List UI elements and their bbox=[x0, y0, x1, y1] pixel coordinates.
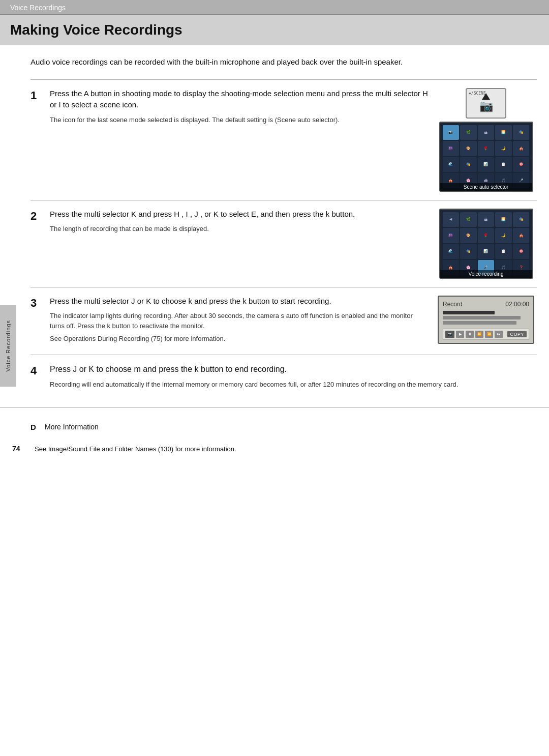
step1-camera-screen: 📷 🌿 🏔 🌅 🎭 🌆 🎨 🌹 🌙 🎪 🌊 🎭 📊 📋 bbox=[439, 122, 533, 192]
step-4-number: 4 bbox=[30, 363, 50, 377]
icon-cell: 🎭 bbox=[460, 157, 477, 172]
page-title-bar: Making Voice Recordings bbox=[0, 15, 549, 45]
icon-cell: 🎪 bbox=[513, 228, 530, 243]
step-1-number: 1 bbox=[30, 88, 50, 102]
icon-cell: 📷 bbox=[443, 125, 460, 140]
intro-paragraph: Audio voice recordings can be recorded w… bbox=[30, 56, 537, 68]
page-number: 74 bbox=[12, 445, 26, 453]
main-content: Audio voice recordings can be recorded w… bbox=[0, 45, 549, 402]
icon-cell: 🎨 bbox=[460, 141, 477, 156]
step-2-number: 2 bbox=[30, 209, 50, 223]
page-footer: 74 See Image/Sound File and Folder Names… bbox=[0, 442, 549, 456]
icons-grid: 📷 🌿 🏔 🌅 🎭 🌆 🎨 🌹 🌙 🎪 🌊 🎭 📊 📋 bbox=[443, 125, 530, 188]
icon-cell: 📋 bbox=[495, 244, 512, 259]
icon-cell: 🌹 bbox=[478, 141, 495, 156]
icon-cell: 🌅 bbox=[495, 125, 512, 140]
more-info-row: D More Information bbox=[30, 423, 537, 431]
icon-cell: 🌆 bbox=[443, 141, 460, 156]
icon-cell: 🎨 bbox=[460, 228, 477, 243]
record-label: Record bbox=[443, 301, 463, 308]
d-icon: D bbox=[30, 423, 41, 431]
mode-button-box: ✱/SCENE 📷 bbox=[466, 88, 506, 119]
step-2-images: ◀ 🌿 🏔 🌅 🎭 🌆 🎨 🌹 🌙 🎪 🌊 🎭 📊 📋 bbox=[435, 209, 537, 279]
step2-screen-caption: Voice recording bbox=[440, 270, 532, 278]
mode-btn-label: ✱/SCENE bbox=[469, 91, 486, 96]
camera-body-icon: 📷 bbox=[479, 100, 493, 113]
icon-cell: 🌊 bbox=[443, 244, 460, 259]
step-3-images: Record 02:00:00 📷 ▶ ⏸ ⏩ ⏪ ⏭ COPY bbox=[435, 296, 537, 344]
step-1-content: Press the A button in shooting mode to d… bbox=[50, 88, 435, 128]
step-3-content: Press the multi selector J or K to choos… bbox=[50, 296, 435, 346]
step-4-sub-text: Recording will end automatically if the … bbox=[50, 380, 530, 390]
icon-cell: 🎭 bbox=[460, 244, 477, 259]
icons-grid-2: ◀ 🌿 🏔 🌅 🎭 🌆 🎨 🌹 🌙 🎪 🌊 🎭 📊 📋 bbox=[443, 212, 530, 275]
step-3-sub-text1: The indicator lamp lights during recordi… bbox=[50, 311, 428, 331]
icon-cell: ◀ bbox=[443, 212, 460, 227]
record-bar-1 bbox=[443, 311, 495, 314]
step-3-sub-text2: See Operations During Recording (75) for… bbox=[50, 334, 428, 344]
more-info-text: More Information bbox=[45, 423, 99, 431]
record-controls: 📷 ▶ ⏸ ⏩ ⏪ ⏭ COPY bbox=[443, 329, 529, 340]
step-3-main-text: Press the multi selector J or K to choos… bbox=[50, 296, 428, 307]
record-bar-area bbox=[443, 311, 529, 325]
icon-cell: 🌿 bbox=[460, 212, 477, 227]
icon-cell: 🌊 bbox=[443, 157, 460, 172]
icon-cell: 🌙 bbox=[495, 228, 512, 243]
step-1-row: 1 Press the A button in shooting mode to… bbox=[30, 79, 537, 200]
record-cam-button[interactable]: 📷 bbox=[445, 331, 454, 338]
record-time: 02:00:00 bbox=[505, 301, 529, 308]
record-pause-button[interactable]: ⏸ bbox=[466, 331, 474, 338]
step-1-images: ✱/SCENE 📷 📷 🌿 🏔 🌅 🎭 🌆 🎨 🌹 🌙 bbox=[435, 88, 537, 192]
footer-text: See Image/Sound File and Folder Names (1… bbox=[35, 445, 236, 453]
step1-screen-caption: Scene auto selector bbox=[440, 183, 532, 191]
page-title: Making Voice Recordings bbox=[10, 22, 182, 38]
icon-cell: 🌆 bbox=[443, 228, 460, 243]
section-label: Voice Recordings bbox=[10, 4, 66, 12]
icon-cell: 🌅 bbox=[495, 212, 512, 227]
icon-cell: 🌙 bbox=[495, 141, 512, 156]
step-2-main-text: Press the multi selector K and press H ,… bbox=[50, 209, 428, 220]
step-1-sub-text: The icon for the last scene mode selecte… bbox=[50, 115, 428, 125]
record-next-button[interactable]: ⏭ bbox=[495, 331, 503, 338]
icon-cell: 🌿 bbox=[460, 125, 477, 140]
step-1-main-text: Press the A button in shooting mode to d… bbox=[50, 88, 428, 111]
step-3-number: 3 bbox=[30, 296, 50, 310]
record-header: Record 02:00:00 bbox=[443, 301, 529, 308]
record-play-button[interactable]: ▶ bbox=[456, 331, 464, 338]
record-screen: Record 02:00:00 📷 ▶ ⏸ ⏩ ⏪ ⏭ COPY bbox=[438, 296, 534, 344]
icon-cell: 🎭 bbox=[513, 125, 530, 140]
record-rew-button[interactable]: ⏪ bbox=[485, 331, 493, 338]
icon-cell: 🎯 bbox=[513, 157, 530, 172]
icon-cell: 🏔 bbox=[478, 212, 495, 227]
icon-cell: 🎪 bbox=[513, 141, 530, 156]
sidebar-label-text: Voice Recordings bbox=[5, 320, 11, 372]
step-4-content: Press J or K to choose m and press the k… bbox=[50, 363, 537, 392]
step-2-row: 2 Press the multi selector K and press H… bbox=[30, 200, 537, 287]
copy-button[interactable]: COPY bbox=[507, 331, 527, 337]
sidebar-label: Voice Recordings bbox=[0, 305, 16, 387]
step-2-sub-text: The length of recording that can be made… bbox=[50, 224, 428, 234]
step2-camera-screen: ◀ 🌿 🏔 🌅 🎭 🌆 🎨 🌹 🌙 🎪 🌊 🎭 📊 📋 bbox=[439, 209, 533, 279]
icon-cell: 📊 bbox=[478, 157, 495, 172]
record-bar-2 bbox=[443, 316, 521, 319]
section-header: Voice Recordings bbox=[0, 0, 549, 15]
step-4-row: 4 Press J or K to choose m and press the… bbox=[30, 355, 537, 392]
step-4-main-text: Press J or K to choose m and press the k… bbox=[50, 363, 530, 375]
icon-cell: 📋 bbox=[495, 157, 512, 172]
bottom-section: D More Information bbox=[0, 407, 549, 442]
record-ff-button[interactable]: ⏩ bbox=[475, 331, 483, 338]
icon-cell: 🌹 bbox=[478, 228, 495, 243]
icon-cell: 🎯 bbox=[513, 244, 530, 259]
icon-cell: 🎭 bbox=[513, 212, 530, 227]
step-3-row: 3 Press the multi selector J or K to cho… bbox=[30, 287, 537, 355]
step-2-content: Press the multi selector K and press H ,… bbox=[50, 209, 435, 237]
record-bar-3 bbox=[443, 321, 516, 325]
icon-cell: 🏔 bbox=[478, 125, 495, 140]
icon-cell: 📊 bbox=[478, 244, 495, 259]
